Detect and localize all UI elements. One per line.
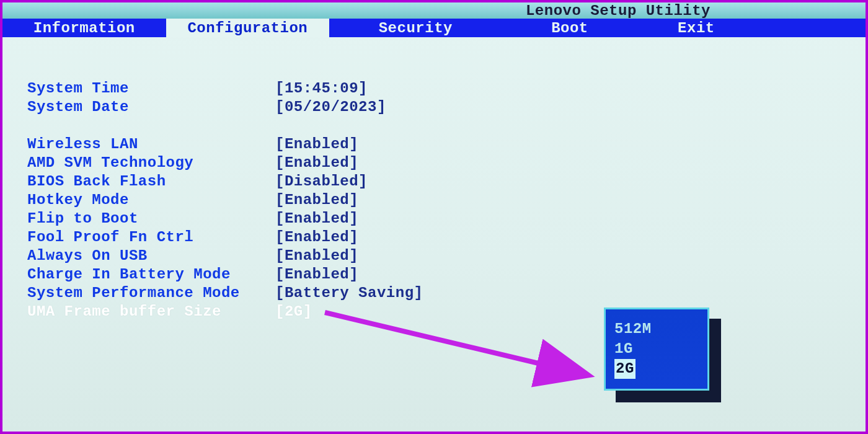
row-always-on-usb[interactable]: Always On USB [Enabled] [27, 247, 866, 265]
bios-window: Lenovo Setup Utility Information Configu… [0, 0, 868, 434]
setting-label: BIOS Back Flash [27, 172, 275, 191]
tab-exit[interactable]: Exit [637, 19, 755, 37]
setting-label: UMA Frame buffer Size [27, 303, 275, 321]
setting-value: [Enabled] [275, 135, 358, 154]
setting-value: [Disabled] [275, 172, 368, 191]
row-system-date[interactable]: System Date [05/20/2023] [27, 98, 866, 117]
popup-option-512m[interactable]: 512M [614, 319, 699, 339]
setting-value: [Enabled] [275, 265, 358, 284]
row-uma-frame-buffer[interactable]: UMA Frame buffer Size [2G] [27, 303, 866, 321]
setting-label: Fool Proof Fn Ctrl [27, 228, 275, 247]
uma-size-popup: 512M 1G 2G [604, 308, 709, 391]
row-system-time[interactable]: System Time [15:45:09] [27, 79, 866, 98]
svg-line-1 [325, 312, 585, 374]
menu-bar: Information Configuration Security Boot … [2, 19, 866, 37]
setting-label: Always On USB [27, 247, 275, 265]
popup-option-1g[interactable]: 1G [614, 339, 699, 359]
tab-security[interactable]: Security [329, 19, 502, 37]
setting-label: Hotkey Mode [27, 191, 275, 210]
tab-boot[interactable]: Boot [502, 19, 638, 37]
row-wireless-lan[interactable]: Wireless LAN [Enabled] [27, 135, 866, 154]
row-charge-battery[interactable]: Charge In Battery Mode [Enabled] [27, 265, 866, 284]
setting-value: [Enabled] [275, 228, 358, 247]
tab-label: Configuration [187, 20, 308, 37]
row-flip-to-boot[interactable]: Flip to Boot [Enabled] [27, 210, 866, 228]
row-hotkey-mode[interactable]: Hotkey Mode [Enabled] [27, 191, 866, 210]
setting-label: System Date [27, 98, 275, 117]
row-performance-mode[interactable]: System Performance Mode [Battery Saving] [27, 284, 866, 303]
tab-label: Boot [551, 20, 588, 37]
settings-panel: System Time [15:45:09] System Date [05/2… [2, 37, 866, 321]
setting-value: [2G] [275, 303, 312, 321]
row-fool-proof-fn[interactable]: Fool Proof Fn Ctrl [Enabled] [27, 228, 866, 247]
setting-label: AMD SVM Technology [27, 154, 275, 172]
setting-label: Wireless LAN [27, 135, 275, 154]
setting-label: System Performance Mode [27, 284, 275, 303]
setting-value: [Enabled] [275, 247, 358, 265]
popup-option-2g[interactable]: 2G [614, 359, 636, 379]
setting-value: [Enabled] [275, 210, 358, 228]
setting-label: System Time [27, 79, 275, 98]
setting-value: [05/20/2023] [275, 98, 386, 117]
row-amd-svm[interactable]: AMD SVM Technology [Enabled] [27, 154, 866, 172]
setting-label: Flip to Boot [27, 210, 275, 228]
tab-information[interactable]: Information [2, 19, 166, 37]
setting-label: Charge In Battery Mode [27, 265, 275, 284]
setting-value: [15:45:09] [275, 79, 368, 98]
app-title: Lenovo Setup Utility [526, 2, 711, 19]
setting-value: [Enabled] [275, 191, 358, 210]
setting-value: [Enabled] [275, 154, 358, 172]
row-bios-back-flash[interactable]: BIOS Back Flash [Disabled] [27, 172, 866, 191]
title-bar: Lenovo Setup Utility [2, 2, 866, 19]
tab-label: Information [33, 20, 135, 37]
tab-label: Security [379, 20, 453, 37]
tab-configuration[interactable]: Configuration [166, 19, 330, 37]
tab-label: Exit [678, 20, 715, 37]
setting-value: [Battery Saving] [275, 284, 423, 303]
